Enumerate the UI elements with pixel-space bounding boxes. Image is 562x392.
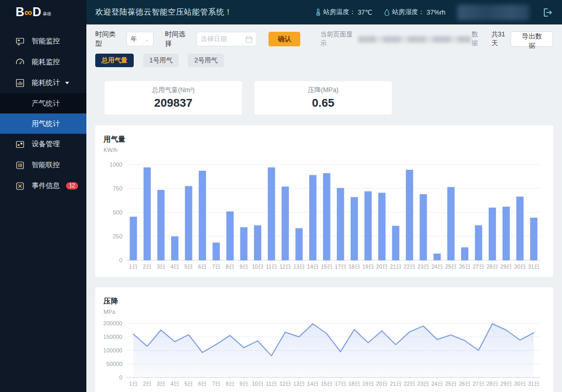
x-tick-label: 17日 [335, 381, 346, 387]
x-tick-label: 24日 [431, 263, 443, 270]
sidebar-menu: 智能监控能耗监控能耗统计产气统计用气统计设备管理智能联控事件信息12 [0, 31, 86, 196]
x-tick-label: 28日 [487, 381, 498, 387]
x-tick-label: 21日 [390, 381, 401, 387]
thermometer-icon [315, 8, 321, 16]
bar-27日[interactable] [475, 225, 482, 260]
sidebar-item-7[interactable]: 事件信息12 [0, 175, 86, 196]
tab-2[interactable]: 2号用气 [188, 54, 223, 67]
bar-11日[interactable] [268, 168, 275, 260]
top-header: 欢迎登陆葆德云智能空压站能管系统！ 站房温度： 37℃ 站房湿度： 37%rh [86, 0, 562, 24]
sidebar-item-3[interactable]: 产气统计 [0, 93, 86, 113]
app-root: B∞D 葆德 智能监控能耗监控能耗统计产气统计用气统计设备管理智能联控事件信息1… [0, 0, 562, 392]
y-tick-label: 200000 [104, 320, 122, 326]
sidebar-item-label: 设备管理 [32, 140, 60, 149]
bar-15日[interactable] [323, 173, 330, 260]
line-chart-unit: MPa [104, 309, 545, 315]
total-days: 共31天 [491, 30, 510, 48]
temp-value: 37℃ [357, 8, 372, 16]
bar-6日[interactable] [199, 171, 206, 260]
bar-7日[interactable] [212, 243, 220, 260]
export-data-button[interactable]: 导出数据 [510, 31, 553, 47]
stat-value: 0.65 [312, 96, 335, 110]
humidity-value: 37%rh [427, 9, 445, 16]
bar-30日[interactable] [516, 197, 523, 260]
x-tick-label: 10日 [252, 263, 263, 270]
bar-17日[interactable] [337, 188, 344, 260]
tab-0[interactable]: 总用气量 [95, 54, 134, 67]
bar-chart-card: 用气量 KW/h 025050075010001日2日3日4日5日6日7日8日9… [95, 125, 553, 277]
confirm-button[interactable]: 确认 [269, 32, 300, 46]
bar-4日[interactable] [171, 236, 178, 260]
x-tick-label: 31日 [528, 263, 540, 270]
event-icon [16, 182, 24, 191]
bar-29日[interactable] [503, 207, 510, 260]
sidebar-item-2[interactable]: 能耗统计 [0, 72, 86, 93]
tab-1[interactable]: 1号用气 [143, 54, 178, 67]
time-type-select[interactable]: 年 ⌄ [126, 32, 154, 46]
x-tick-label: 19日 [362, 381, 374, 387]
bar-19日[interactable] [364, 192, 372, 260]
bar-8日[interactable] [226, 211, 234, 260]
x-tick-label: 13日 [293, 381, 305, 387]
bar-21日[interactable] [392, 226, 399, 260]
bar-3日[interactable] [157, 190, 164, 260]
sidebar-item-0[interactable]: 智能监控 [0, 31, 86, 52]
bar-12日[interactable] [282, 186, 289, 260]
sidebar-item-6[interactable]: 智能联控 [0, 155, 86, 175]
x-tick-label: 8日 [226, 381, 234, 387]
bar-22日[interactable] [406, 170, 413, 260]
x-tick-label: 3日 [157, 381, 165, 387]
sidebar-item-label: 产气统计 [32, 99, 60, 108]
sidebar-item-5[interactable]: 设备管理 [0, 134, 86, 155]
bar-2日[interactable] [144, 168, 151, 260]
header-right: 站房温度： 37℃ 站房湿度： 37%rh [315, 5, 553, 20]
y-tick-label: 150000 [104, 334, 122, 340]
x-tick-label: 15日 [321, 263, 333, 270]
bar-24日[interactable] [433, 254, 441, 260]
bar-26日[interactable] [461, 247, 468, 260]
x-tick-label: 7日 [212, 263, 220, 270]
bar-9日[interactable] [240, 227, 248, 260]
sidebar-item-1[interactable]: 能耗监控 [0, 52, 86, 72]
temp-label: 站房温度： [323, 8, 356, 17]
bar-18日[interactable] [351, 197, 358, 260]
logo-infinity-glyph: ∞ [24, 6, 32, 19]
brand-logo[interactable]: B∞D 葆德 [0, 0, 86, 24]
date-placeholder: 选择日期 [201, 35, 227, 44]
bar-14日[interactable] [309, 175, 316, 260]
x-tick-label: 25日 [445, 263, 456, 270]
x-tick-label: 9日 [239, 381, 248, 387]
sidebar-item-4[interactable]: 用气统计 [0, 113, 86, 134]
bar-5日[interactable] [185, 186, 192, 260]
x-tick-label: 4日 [171, 381, 179, 387]
monitor-icon [16, 37, 24, 46]
x-tick-label: 4日 [171, 263, 179, 270]
bar-1日[interactable] [130, 217, 137, 260]
logo-letter-b: B [16, 5, 24, 19]
y-tick-label: 0 [119, 374, 122, 381]
x-tick-label: 5日 [184, 381, 193, 387]
sidebar-item-label: 事件信息 [32, 181, 60, 191]
droplet-icon [384, 9, 390, 16]
x-tick-label: 28日 [487, 263, 498, 270]
x-tick-label: 8日 [226, 263, 234, 270]
logo-letter-d: D [33, 5, 41, 19]
x-tick-label: 27日 [473, 381, 484, 387]
bar-10日[interactable] [254, 225, 261, 260]
x-tick-label: 24日 [431, 381, 443, 387]
bar-23日[interactable] [419, 194, 427, 260]
date-picker-input[interactable]: 选择日期 [196, 32, 257, 46]
bar-20日[interactable] [378, 193, 386, 260]
caret-down-icon [65, 82, 69, 84]
stat-cards: 总用气量(Nm³)209837压降(MPa)0.65 [95, 81, 553, 115]
bar-28日[interactable] [489, 208, 496, 260]
control-icon [16, 161, 24, 170]
event-count-badge: 12 [66, 182, 78, 189]
x-tick-label: 1日 [129, 381, 137, 387]
x-tick-label: 15日 [321, 381, 333, 387]
bar-13日[interactable] [296, 228, 303, 260]
bar-31日[interactable] [530, 218, 538, 260]
logout-button[interactable] [542, 8, 553, 17]
bar-25日[interactable] [448, 187, 455, 260]
x-tick-label: 26日 [459, 381, 470, 387]
